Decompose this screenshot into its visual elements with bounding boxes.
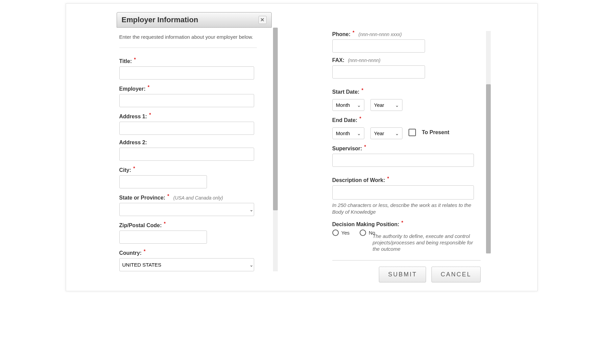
zip-input[interactable]: [119, 231, 207, 244]
title-input[interactable]: [119, 66, 254, 80]
supervisor-input[interactable]: [332, 154, 474, 167]
employer-label: Employer:: [119, 86, 146, 92]
required-star: *: [164, 221, 165, 226]
to-present-label: To Present: [422, 129, 450, 135]
end-date-label: End Date:: [332, 117, 358, 123]
to-present-checkbox[interactable]: [409, 129, 416, 136]
left-scroll-area: Enter the requested information about yo…: [117, 28, 272, 271]
start-month-select[interactable]: Month: [332, 99, 364, 111]
required-star: *: [362, 87, 363, 93]
phone-input[interactable]: [332, 39, 425, 53]
radio-icon: [332, 230, 339, 236]
required-star: *: [144, 248, 145, 254]
phone-hint: (nnn-nnn-nnnn xxxx): [359, 32, 402, 37]
scrollbar-right[interactable]: [486, 31, 491, 253]
divider: [119, 48, 257, 48]
required-star: *: [401, 220, 403, 225]
address2-label: Address 2:: [119, 140, 147, 145]
required-star: *: [134, 57, 136, 62]
required-star: *: [149, 112, 151, 117]
decision-label: Decision Making Position:: [332, 221, 399, 227]
fax-hint: (nnn-nnn-nnnn): [348, 58, 381, 63]
required-star: *: [387, 176, 389, 181]
supervisor-label: Supervisor:: [332, 146, 362, 151]
left-column: Employer Information ✕ Enter the request…: [117, 12, 272, 282]
zip-label: Zip/Postal Code:: [119, 222, 162, 228]
end-month-select[interactable]: Month: [332, 127, 364, 139]
address2-input[interactable]: [119, 148, 254, 161]
state-label: State or Province:: [119, 195, 165, 201]
title-label: Title:: [119, 58, 132, 64]
fax-input[interactable]: [332, 65, 425, 79]
dialog-title: Employer Information: [122, 16, 198, 24]
dialog-employer-information: Employer Information ✕ Enter the request…: [66, 3, 538, 291]
required-star: *: [148, 84, 149, 90]
country-label: Country:: [119, 250, 142, 256]
cancel-button[interactable]: CANCEL: [431, 267, 480, 282]
radio-icon: [360, 230, 366, 236]
end-year-select[interactable]: Year: [370, 127, 402, 139]
yes-label: Yes: [341, 230, 350, 236]
dialog-header: Employer Information ✕: [117, 12, 272, 28]
submit-button[interactable]: SUBMIT: [379, 267, 426, 282]
address1-label: Address 1:: [119, 114, 147, 119]
required-star: *: [168, 193, 169, 199]
start-year-select[interactable]: Year: [370, 99, 402, 111]
decision-yes-option[interactable]: Yes: [332, 230, 350, 236]
description-label: Description of Work:: [332, 177, 385, 183]
phone-label: Phone:: [332, 31, 351, 37]
required-star: *: [353, 30, 354, 35]
state-hint: (USA and Canada only): [173, 195, 223, 201]
decision-note: The authority to define, execute and con…: [373, 233, 481, 252]
country-select[interactable]: UNITED STATES: [119, 258, 254, 271]
right-column: Phone: * (nnn-nnn-nnnn xxxx) FAX: (nnn-n…: [332, 12, 481, 282]
close-icon[interactable]: ✕: [259, 16, 267, 24]
city-label: City:: [119, 167, 131, 173]
description-input[interactable]: [332, 185, 474, 200]
start-date-label: Start Date:: [332, 89, 360, 95]
required-star: *: [359, 116, 361, 121]
state-select[interactable]: [119, 203, 254, 216]
scrollbar-left[interactable]: [273, 28, 278, 271]
required-star: *: [133, 165, 135, 171]
city-input[interactable]: [119, 175, 207, 188]
address1-input[interactable]: [119, 122, 254, 135]
description-note: In 250 characters or less, describe the …: [332, 202, 474, 215]
button-row: SUBMIT CANCEL: [332, 260, 481, 282]
fax-label: FAX:: [332, 57, 344, 63]
required-star: *: [364, 144, 366, 149]
employer-input[interactable]: [119, 94, 254, 107]
intro-text: Enter the requested information about yo…: [119, 32, 257, 41]
